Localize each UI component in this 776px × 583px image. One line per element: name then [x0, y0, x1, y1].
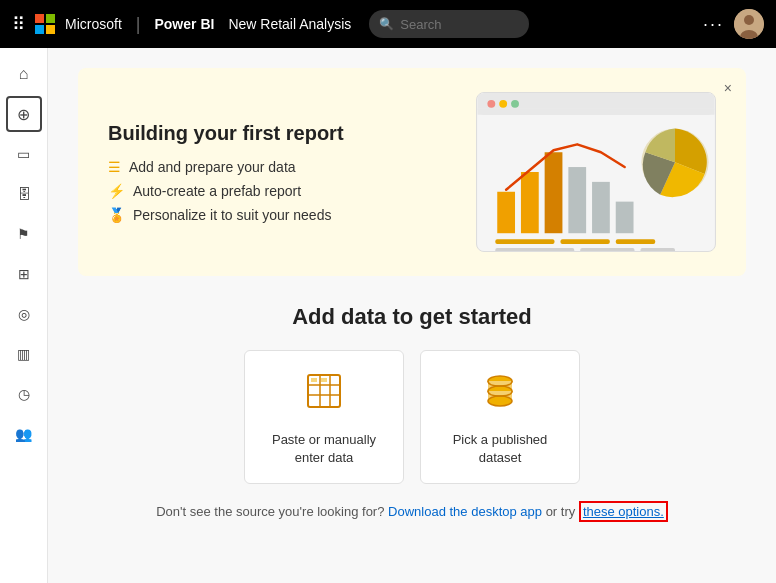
sidebar-item-recent[interactable]: ◷ — [6, 376, 42, 412]
app-layout: ⌂ ⊕ ▭ 🗄 ⚑ ⊞ ◎ ▥ ◷ 👥 — [0, 48, 776, 583]
main-content: Building your first report ☰ Add and pre… — [48, 48, 776, 583]
microsoft-label: Microsoft — [65, 16, 122, 32]
svg-rect-13 — [592, 182, 610, 233]
search-input[interactable] — [400, 17, 520, 32]
sidebar-item-workspaces[interactable]: ▥ — [6, 336, 42, 372]
step-2-text: Auto-create a prefab report — [133, 183, 301, 199]
medal-icon: 🏅 — [108, 207, 125, 223]
banner-title: Building your first report — [108, 122, 344, 145]
header-divider: | — [136, 14, 141, 35]
svg-point-1 — [744, 15, 754, 25]
footer-question: Don't see the source you're looking for? — [156, 504, 384, 519]
home-icon: ⌂ — [19, 65, 29, 83]
sidebar-item-create[interactable]: ⊕ — [6, 96, 42, 132]
sidebar-item-data[interactable]: 🗄 — [6, 176, 42, 212]
svg-point-8 — [511, 100, 519, 108]
sidebar-item-goals[interactable]: ⚑ — [6, 216, 42, 252]
banner-step-2: ⚡ Auto-create a prefab report — [108, 183, 344, 199]
svg-rect-12 — [568, 167, 586, 233]
svg-rect-10 — [521, 172, 539, 233]
avatar[interactable] — [734, 9, 764, 39]
browse-icon: ▭ — [17, 146, 30, 162]
database-icon — [480, 371, 520, 419]
create-icon: ⊕ — [17, 105, 30, 124]
sidebar-item-apps[interactable]: ⊞ — [6, 256, 42, 292]
powerbi-label: Power BI — [154, 16, 214, 32]
these-options-link[interactable]: these options. — [579, 501, 668, 522]
sidebar-item-learn[interactable]: ◎ — [6, 296, 42, 332]
svg-rect-27 — [311, 378, 317, 382]
footer-text: Don't see the source you're looking for?… — [78, 504, 746, 519]
banner-close-button[interactable]: × — [724, 80, 732, 96]
svg-rect-21 — [640, 248, 675, 251]
learn-icon: ◎ — [18, 306, 30, 322]
svg-point-7 — [499, 100, 507, 108]
sidebar-item-browse[interactable]: ▭ — [6, 136, 42, 172]
svg-rect-5 — [478, 109, 715, 115]
add-data-section: Add data to get started — [78, 304, 746, 519]
step-3-text: Personalize it to suit your needs — [133, 207, 331, 223]
more-options-icon[interactable]: ··· — [703, 14, 724, 35]
sidebar-item-home[interactable]: ⌂ — [6, 56, 42, 92]
waffle-menu-icon[interactable]: ⠿ — [12, 13, 25, 35]
published-dataset-card[interactable]: Pick a published dataset — [420, 350, 580, 484]
data-icon: 🗄 — [17, 186, 31, 202]
paste-data-label: Paste or manually enter data — [261, 431, 387, 467]
dataset-label: Pick a published dataset — [437, 431, 563, 467]
search-bar[interactable]: 🔍 — [369, 10, 529, 38]
app-header: ⠿ Microsoft | Power BI New Retail Analys… — [0, 0, 776, 48]
grid-icon: ☰ — [108, 159, 121, 175]
svg-rect-20 — [580, 248, 634, 251]
footer-connector: or try — [546, 504, 579, 519]
svg-rect-18 — [616, 239, 656, 244]
banner-step-1: ☰ Add and prepare your data — [108, 159, 344, 175]
paste-table-icon — [304, 371, 344, 419]
getting-started-banner: Building your first report ☰ Add and pre… — [78, 68, 746, 276]
banner-step-3: 🏅 Personalize it to suit your needs — [108, 207, 344, 223]
svg-rect-9 — [497, 192, 515, 233]
paste-data-card[interactable]: Paste or manually enter data — [244, 350, 404, 484]
sidebar: ⌂ ⊕ ▭ 🗄 ⚑ ⊞ ◎ ▥ ◷ 👥 — [0, 48, 48, 583]
search-icon: 🔍 — [379, 17, 394, 31]
banner-steps: ☰ Add and prepare your data ⚡ Auto-creat… — [108, 159, 344, 223]
chart-illustration — [476, 92, 716, 252]
add-data-title: Add data to get started — [78, 304, 746, 330]
data-cards-container: Paste or manually enter data — [78, 350, 746, 484]
step-1-text: Add and prepare your data — [129, 159, 296, 175]
svg-rect-17 — [560, 239, 609, 244]
svg-point-33 — [488, 396, 512, 406]
people-icon: 👥 — [15, 426, 32, 442]
lightning-icon: ⚡ — [108, 183, 125, 199]
goals-icon: ⚑ — [17, 226, 30, 242]
download-desktop-app-link[interactable]: Download the desktop app — [388, 504, 542, 519]
microsoft-logo — [35, 14, 55, 34]
banner-text: Building your first report ☰ Add and pre… — [108, 122, 344, 223]
svg-rect-19 — [495, 248, 574, 251]
svg-rect-28 — [321, 378, 327, 382]
svg-rect-14 — [616, 202, 634, 234]
svg-rect-16 — [495, 239, 554, 244]
sidebar-item-people[interactable]: 👥 — [6, 416, 42, 452]
recent-icon: ◷ — [18, 386, 30, 402]
apps-icon: ⊞ — [18, 266, 30, 282]
svg-rect-11 — [545, 152, 563, 233]
report-name: New Retail Analysis — [228, 16, 351, 32]
workspaces-icon: ▥ — [17, 346, 30, 362]
svg-point-6 — [487, 100, 495, 108]
